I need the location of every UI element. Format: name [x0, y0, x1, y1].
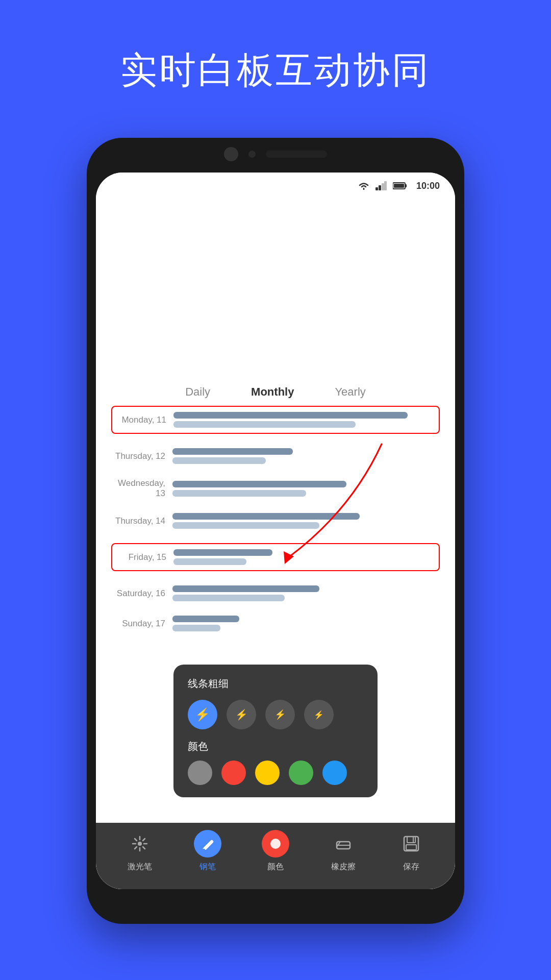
color-red[interactable]: [221, 761, 246, 785]
size1-icon: ⚡: [195, 707, 210, 722]
svg-rect-5: [394, 184, 404, 188]
svg-rect-21: [407, 837, 415, 843]
bar-thu14-light: [172, 522, 319, 529]
bar-monday-dark: [173, 412, 408, 419]
bar-thu12-dark: [172, 448, 293, 455]
toolbar-label-laser: 激光笔: [128, 862, 152, 872]
chart-row-monday: Monday, 11: [111, 406, 440, 434]
tab-yearly[interactable]: Yearly: [330, 383, 370, 401]
toolbar-label-color: 颜色: [267, 862, 284, 872]
bar-wed-light: [172, 490, 306, 497]
svg-line-13: [143, 847, 145, 849]
row-bars-sunday: [172, 616, 440, 631]
wifi-icon: [358, 182, 369, 190]
bar-sun-light: [172, 625, 220, 631]
chart-area: Monday, 11 Thursday, 12 Wedn: [111, 406, 440, 646]
toolbar-btn-save[interactable]: 保存: [397, 830, 425, 872]
chart-row-wednesday: Wednesday, 13: [111, 478, 440, 499]
tool-panel: 线条粗细 ⚡ ⚡ ⚡ ⚡ 颜色: [173, 665, 378, 797]
chart-row-sunday: Sunday, 17: [111, 616, 440, 631]
color-icon: [262, 830, 289, 857]
svg-rect-0: [375, 187, 378, 190]
row-bars-thursday12: [172, 448, 440, 464]
tool-size-2[interactable]: ⚡: [227, 700, 256, 729]
row-label-thursday12: Thursday, 12: [111, 451, 172, 461]
eraser-icon: [330, 830, 357, 857]
row-bars-monday: [173, 412, 434, 428]
phone-camera: [224, 147, 238, 161]
svg-point-16: [138, 842, 142, 846]
chart-row-thursday14: Thursday, 14: [111, 513, 440, 529]
svg-rect-6: [405, 184, 407, 187]
svg-rect-2: [382, 183, 384, 190]
row-label-sunday: Sunday, 17: [111, 619, 172, 629]
bar-monday-light: [173, 421, 356, 428]
signal-icon: [375, 181, 387, 190]
laser-icon: [126, 830, 154, 857]
row-bars-saturday: [172, 585, 440, 601]
toolbar-btn-pen[interactable]: 钢笔: [194, 830, 221, 872]
tool-colors: [188, 761, 363, 785]
toolbar-label-eraser: 橡皮擦: [331, 862, 356, 872]
phone-speaker: [266, 151, 327, 158]
bar-sat-dark: [172, 585, 319, 592]
bar-wed-dark: [172, 481, 346, 487]
phone-dot: [248, 151, 256, 158]
tool-panel-title: 线条粗细: [188, 677, 363, 691]
bottom-toolbar: 激光笔 钢笔: [96, 823, 455, 889]
screen-content: Daily Monthly Yearly Monday, 11 Thursday…: [96, 199, 455, 889]
tab-monthly[interactable]: Monthly: [246, 383, 299, 401]
row-bars-thursday14: [172, 513, 440, 529]
color-green[interactable]: [289, 761, 313, 785]
chart-row-thursday12: Thursday, 12: [111, 448, 440, 464]
svg-rect-22: [406, 845, 416, 850]
bar-thu12-light: [172, 457, 266, 464]
tool-sizes: ⚡ ⚡ ⚡ ⚡: [188, 700, 363, 729]
bar-thu14-dark: [172, 513, 360, 520]
row-bars-wednesday: [172, 481, 440, 497]
tool-size-4[interactable]: ⚡: [304, 700, 334, 729]
phone-screen: 10:00 Daily Monthly Yearly Monday, 11: [96, 173, 455, 889]
svg-line-15: [135, 847, 137, 849]
bar-fri-light: [173, 558, 246, 565]
color-blue[interactable]: [322, 761, 347, 785]
bar-sun-dark: [172, 616, 239, 622]
chart-row-saturday: Saturday, 16: [111, 585, 440, 601]
toolbar-btn-laser[interactable]: 激光笔: [126, 830, 154, 872]
status-bar: 10:00: [96, 173, 455, 199]
color-yellow[interactable]: [255, 761, 280, 785]
svg-point-17: [270, 839, 281, 849]
bar-sat-light: [172, 595, 285, 601]
tool-colors-title: 颜色: [188, 740, 363, 753]
row-label-friday: Friday, 15: [112, 552, 173, 562]
svg-rect-3: [384, 181, 387, 190]
svg-line-14: [143, 839, 145, 841]
size2-icon: ⚡: [235, 708, 248, 721]
tool-size-3[interactable]: ⚡: [265, 700, 295, 729]
battery-icon: [393, 182, 407, 189]
chart-row-friday: Friday, 15: [111, 543, 440, 571]
row-label-saturday: Saturday, 16: [111, 589, 172, 599]
size3-icon: ⚡: [274, 709, 286, 720]
save-icon: [397, 830, 425, 857]
toolbar-btn-eraser[interactable]: 橡皮擦: [330, 830, 357, 872]
tab-daily[interactable]: Daily: [180, 383, 215, 401]
tool-size-1[interactable]: ⚡: [188, 700, 217, 729]
pen-icon: [194, 830, 221, 857]
color-gray[interactable]: [188, 761, 212, 785]
toolbar-label-pen: 钢笔: [199, 862, 216, 872]
phone-notch: [199, 147, 352, 161]
toolbar-label-save: 保存: [403, 862, 419, 872]
status-time: 10:00: [416, 181, 440, 191]
page-title: 实时白板互动协同: [0, 46, 551, 95]
phone-frame: 10:00 Daily Monthly Yearly Monday, 11: [87, 138, 464, 924]
svg-rect-1: [379, 185, 381, 190]
svg-line-12: [135, 839, 137, 841]
size4-icon: ⚡: [314, 710, 324, 720]
row-label-monday: Monday, 11: [112, 415, 173, 425]
toolbar-btn-color[interactable]: 颜色: [262, 830, 289, 872]
row-label-wednesday: Wednesday, 13: [111, 478, 172, 499]
bar-fri-dark: [173, 549, 272, 556]
row-label-thursday14: Thursday, 14: [111, 516, 172, 526]
row-bars-friday: [173, 549, 434, 565]
